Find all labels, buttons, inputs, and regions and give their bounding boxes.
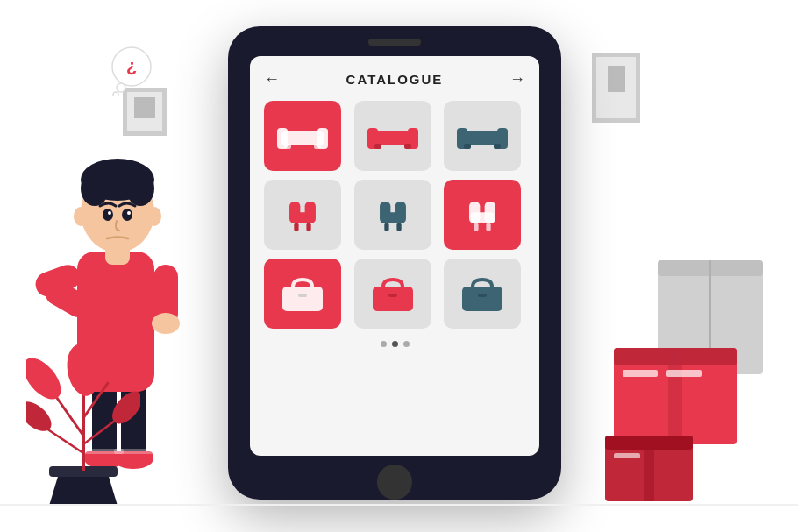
svg-rect-17 xyxy=(464,144,471,149)
bag-dark-icon xyxy=(457,274,508,313)
svg-rect-28 xyxy=(396,223,401,231)
svg-line-68 xyxy=(44,427,83,453)
frame-inner-right xyxy=(608,66,625,92)
svg-rect-12 xyxy=(374,144,381,149)
svg-point-59 xyxy=(122,209,132,221)
chair-red-icon xyxy=(277,195,328,234)
svg-rect-21 xyxy=(291,212,314,223)
product-cell-chair-red[interactable] xyxy=(264,180,341,250)
svg-rect-80 xyxy=(668,348,682,444)
wall-frame-right xyxy=(592,53,640,123)
svg-rect-39 xyxy=(478,294,487,297)
svg-rect-26 xyxy=(381,212,403,223)
svg-point-61 xyxy=(127,211,131,215)
svg-line-66 xyxy=(53,392,83,436)
screen-header: ← CATALOGUE → xyxy=(264,70,525,89)
svg-rect-32 xyxy=(474,223,479,231)
svg-line-69 xyxy=(83,418,118,444)
svg-point-57 xyxy=(126,171,154,206)
floor-line xyxy=(0,504,798,506)
svg-point-52 xyxy=(152,313,180,334)
svg-rect-13 xyxy=(404,144,411,149)
boxes xyxy=(605,243,780,506)
scene: ¿ ← CATALOGUE → xyxy=(0,0,798,532)
phone-home-button[interactable] xyxy=(377,465,412,500)
svg-point-58 xyxy=(103,209,113,221)
svg-rect-37 xyxy=(388,294,397,297)
dot-3 xyxy=(403,341,410,347)
product-cell-sofa-red[interactable] xyxy=(354,101,431,171)
svg-point-71 xyxy=(26,351,68,406)
svg-text:¿: ¿ xyxy=(126,56,137,75)
product-cell-bag-dark[interactable] xyxy=(444,259,521,329)
product-cell-bag-white[interactable] xyxy=(264,259,341,329)
sofa-red-icon xyxy=(367,117,418,155)
product-grid xyxy=(264,101,525,329)
product-cell-sofa-dark[interactable] xyxy=(444,101,521,171)
product-cell-bag-red[interactable] xyxy=(354,259,431,329)
svg-rect-86 xyxy=(614,453,640,458)
phone: ← CATALOGUE → xyxy=(228,26,561,500)
plant-illustration xyxy=(26,330,140,506)
catalogue-title: CATALOGUE xyxy=(346,72,444,87)
svg-rect-7 xyxy=(284,144,291,149)
sofa-dark-icon xyxy=(457,117,508,155)
svg-point-62 xyxy=(74,207,88,226)
svg-point-72 xyxy=(99,337,140,389)
plant xyxy=(26,330,140,506)
svg-rect-85 xyxy=(666,370,702,377)
product-cell-chair-white[interactable] xyxy=(444,180,521,250)
svg-point-60 xyxy=(108,211,111,215)
svg-rect-22 xyxy=(294,223,298,231)
bag-white-icon xyxy=(277,274,328,313)
phone-speaker xyxy=(368,39,421,46)
svg-rect-8 xyxy=(314,144,321,149)
svg-point-73 xyxy=(26,396,57,437)
svg-point-56 xyxy=(81,171,109,206)
svg-point-63 xyxy=(147,207,161,226)
svg-rect-18 xyxy=(494,144,501,149)
dot-2 xyxy=(392,341,398,347)
arrow-left[interactable]: ← xyxy=(264,70,280,89)
sofa-white-icon xyxy=(277,117,328,155)
screen-dots xyxy=(264,341,525,347)
product-cell-chair-dark[interactable] xyxy=(354,180,431,250)
svg-rect-23 xyxy=(306,223,310,231)
svg-rect-33 xyxy=(487,223,491,231)
svg-rect-38 xyxy=(462,287,502,311)
svg-rect-31 xyxy=(471,212,494,223)
svg-rect-84 xyxy=(623,370,658,377)
chair-white-icon xyxy=(457,195,508,234)
svg-rect-35 xyxy=(298,294,307,297)
bag-red-icon xyxy=(367,274,418,313)
svg-rect-36 xyxy=(373,287,413,311)
svg-rect-27 xyxy=(384,223,388,231)
dot-1 xyxy=(381,341,387,347)
product-cell-sofa-white[interactable] xyxy=(264,101,341,171)
chair-dark-icon xyxy=(367,195,418,234)
arrow-right[interactable]: → xyxy=(509,70,525,89)
phone-screen: ← CATALOGUE → xyxy=(250,56,539,456)
svg-rect-83 xyxy=(644,436,654,501)
boxes-illustration xyxy=(605,243,780,506)
svg-point-70 xyxy=(63,341,103,398)
svg-rect-34 xyxy=(282,287,323,311)
